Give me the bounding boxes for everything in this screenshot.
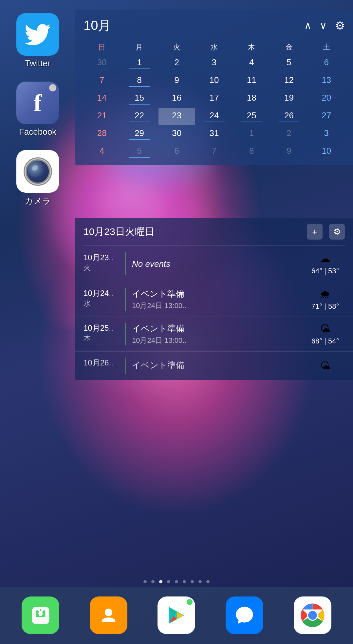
calendar-month-label: 10月 xyxy=(84,16,111,34)
page-dot-8[interactable] xyxy=(198,580,202,583)
svg-point-5 xyxy=(308,611,317,620)
svg-point-0 xyxy=(105,609,112,616)
cal-cell[interactable]: 4 xyxy=(84,143,120,160)
twitter-app[interactable]: Twitter xyxy=(7,13,69,68)
agenda-content-oct24: イベント準備 10月24日 13:00.. xyxy=(132,288,306,311)
page-dot-5[interactable] xyxy=(175,580,178,583)
agenda-time-oct25: 10月24日 13:00.. xyxy=(132,336,306,345)
agenda-separator-oct25 xyxy=(125,323,126,345)
agenda-separator-oct24 xyxy=(125,288,126,311)
cal-cell[interactable]: 4 xyxy=(233,55,270,72)
cal-cell[interactable]: 24 xyxy=(196,108,232,125)
agenda-date-main-oct23: 10月23.. xyxy=(84,252,120,263)
sunny-icon-oct26: 🌤 xyxy=(320,360,330,372)
camera-app[interactable]: カメラ xyxy=(7,150,69,207)
calendar-settings-icon[interactable]: ⚙ xyxy=(335,19,345,32)
agenda-date-oct23: 10月23.. 火 xyxy=(84,252,120,275)
cal-cell[interactable]: 12 xyxy=(270,72,307,89)
cal-cell[interactable]: 20 xyxy=(308,90,345,107)
chrome-icon xyxy=(300,603,325,628)
cal-cell[interactable]: 30 xyxy=(158,126,195,143)
cal-cell[interactable]: 16 xyxy=(158,90,195,107)
cal-cell[interactable]: 14 xyxy=(84,90,120,107)
cal-cell[interactable]: 13 xyxy=(308,72,345,89)
agenda-action-buttons: ＋ ⚙ xyxy=(307,224,345,240)
cal-cell[interactable]: 10 xyxy=(196,72,232,89)
cal-cell-selected[interactable]: 23 xyxy=(158,108,195,125)
calendar-down-arrow[interactable]: ∨ xyxy=(320,20,327,31)
twitter-icon-bg xyxy=(16,13,59,56)
cal-cell[interactable]: 26 xyxy=(270,108,307,125)
cal-cell[interactable]: 8 xyxy=(233,143,270,160)
page-dot-4[interactable] xyxy=(167,580,170,583)
agenda-date-main-oct24: 10月24.. xyxy=(84,288,113,299)
agenda-add-button[interactable]: ＋ xyxy=(307,224,323,240)
page-dot-2[interactable] xyxy=(151,580,155,583)
cal-cell[interactable]: 17 xyxy=(196,90,232,107)
cal-cell[interactable]: 1 xyxy=(233,126,270,143)
phone-dock-app[interactable] xyxy=(22,596,59,634)
cal-cell[interactable]: 10 xyxy=(308,143,345,160)
cal-cell[interactable]: 8 xyxy=(121,72,158,89)
calendar-widget: 10月 ∧ ∨ ⚙ 日 月 火 水 木 金 土 30 1 2 3 4 5 6 7… xyxy=(75,10,353,165)
play-store-icon xyxy=(166,605,187,626)
page-dot-9[interactable] xyxy=(206,580,210,583)
cal-cell[interactable]: 22 xyxy=(121,108,158,125)
messages-dock-app[interactable] xyxy=(226,596,263,634)
cal-cell[interactable]: 2 xyxy=(158,55,195,72)
cal-cell[interactable]: 21 xyxy=(84,108,120,125)
contacts-dock-app[interactable] xyxy=(90,596,127,634)
page-dot-1[interactable] xyxy=(143,580,147,583)
weather-temp-oct25: 68° | 54° xyxy=(311,337,339,345)
twitter-label: Twitter xyxy=(25,58,50,68)
weather-temp-oct24: 71° | 58° xyxy=(311,302,339,311)
cal-cell[interactable]: 9 xyxy=(158,72,195,89)
cal-cell[interactable]: 6 xyxy=(158,143,195,160)
no-events-text: No events xyxy=(132,259,170,269)
cal-cell[interactable]: 25 xyxy=(233,108,270,125)
cal-cell[interactable]: 1 xyxy=(121,55,158,72)
cal-cell[interactable]: 7 xyxy=(196,143,232,160)
cal-cell[interactable]: 15 xyxy=(121,90,158,107)
page-dot-7[interactable] xyxy=(191,580,194,583)
cal-cell[interactable]: 18 xyxy=(233,90,270,107)
agenda-weather-oct25: 🌤 68° | 54° xyxy=(306,323,345,345)
cal-cell[interactable]: 2 xyxy=(270,126,307,143)
agenda-separator-oct26 xyxy=(125,358,126,374)
agenda-separator-oct23 xyxy=(125,252,126,275)
page-dot-6[interactable] xyxy=(183,580,186,583)
cal-cell[interactable]: 31 xyxy=(196,126,232,143)
facebook-icon-bg: f xyxy=(16,82,59,124)
agenda-settings-button[interactable]: ⚙ xyxy=(329,224,345,240)
cal-cell[interactable]: 30 xyxy=(84,55,120,72)
calendar-up-arrow[interactable]: ∧ xyxy=(304,20,311,31)
cal-cell[interactable]: 3 xyxy=(196,55,232,72)
play-store-dock-app[interactable] xyxy=(158,596,195,634)
cal-cell[interactable]: 9 xyxy=(270,143,307,160)
agenda-content-oct23: No events xyxy=(132,252,306,275)
page-dot-3[interactable] xyxy=(159,580,162,583)
cal-header-wed: 水 xyxy=(196,40,232,54)
agenda-date-day-oct25: 木 xyxy=(84,333,91,343)
cal-header-thu: 木 xyxy=(233,40,270,54)
cal-cell[interactable]: 29 xyxy=(121,126,158,143)
cal-cell[interactable]: 5 xyxy=(270,55,307,72)
cal-cell[interactable]: 6 xyxy=(308,55,345,72)
cal-cell[interactable]: 5 xyxy=(121,143,158,160)
cal-cell[interactable]: 7 xyxy=(84,72,120,89)
rain-icon: 🌧 xyxy=(320,288,330,300)
cal-cell[interactable]: 28 xyxy=(84,126,120,143)
cloud-icon: ☁ xyxy=(320,252,330,265)
left-app-column: Twitter f Facebook カメラ xyxy=(0,0,75,220)
agenda-weather-oct26: 🌤 xyxy=(306,358,345,374)
cal-cell[interactable]: 11 xyxy=(233,72,270,89)
chrome-dock-app[interactable] xyxy=(294,596,331,634)
cal-cell[interactable]: 19 xyxy=(270,90,307,107)
camera-label: カメラ xyxy=(25,195,51,207)
agenda-date-day-oct23: 火 xyxy=(84,263,120,273)
cal-cell[interactable]: 3 xyxy=(308,126,345,143)
agenda-widget: 10月23日火曜日 ＋ ⚙ 10月23.. 火 No events ☁ 64° … xyxy=(75,218,353,380)
cal-cell[interactable]: 27 xyxy=(308,108,345,125)
facebook-app[interactable]: f Facebook xyxy=(7,82,69,137)
twitter-bird-icon xyxy=(25,24,51,45)
